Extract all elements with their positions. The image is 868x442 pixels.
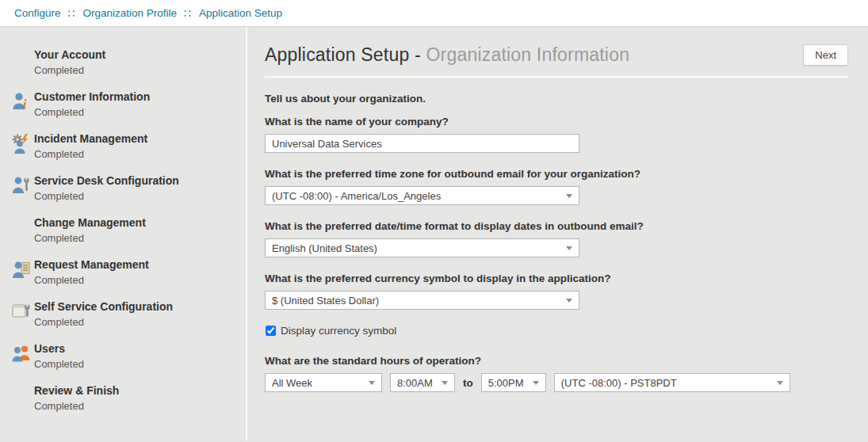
breadcrumb-separator-icon: ∷ xyxy=(68,7,76,20)
person-wrench-icon xyxy=(11,175,32,196)
step-status: Completed xyxy=(34,231,146,245)
step-label: Review & Finish xyxy=(34,384,119,398)
breadcrumb-separator-icon: ∷ xyxy=(184,7,192,20)
hours-days-value: All Week xyxy=(272,377,312,389)
sidebar-item-your-account[interactable]: Your Account Completed xyxy=(11,48,238,77)
sidebar-item-review-finish[interactable]: Review & Finish Completed xyxy=(11,384,238,413)
step-status: Completed xyxy=(34,315,173,329)
person-gear-bolt-icon xyxy=(11,133,32,154)
datetime-format-select-value: English (United States) xyxy=(272,242,377,254)
step-label: Incident Management xyxy=(34,132,147,146)
step-status: Completed xyxy=(34,273,149,287)
application-setup-panel: Application Setup - Organization Informa… xyxy=(247,27,868,441)
svg-text:i: i xyxy=(23,97,27,111)
step-label: Customer Information xyxy=(34,90,150,104)
chevron-down-icon xyxy=(566,246,572,250)
page-title-primary: Application Setup - xyxy=(265,44,421,65)
chevron-down-icon xyxy=(777,381,783,385)
breadcrumb-organization-profile[interactable]: Organization Profile xyxy=(82,7,177,19)
hours-timezone-value: (UTC -08:00) - PST8PDT xyxy=(561,377,677,389)
datetime-format-select[interactable]: English (United States) xyxy=(265,238,579,257)
timezone-select-value: (UTC -08:00) - America/Los_Angeles xyxy=(272,190,441,202)
chevron-down-icon xyxy=(442,381,448,385)
hours-of-operation-label: What are the standard hours of operation… xyxy=(265,355,848,367)
sidebar-item-self-service-configuration[interactable]: Self Service Configuration Completed xyxy=(11,300,238,329)
person-document-icon xyxy=(11,259,32,280)
company-name-label: What is the name of your company? xyxy=(265,116,848,128)
chevron-down-icon xyxy=(566,299,572,303)
step-status: Completed xyxy=(34,189,179,203)
blank-icon xyxy=(11,49,32,70)
sidebar-item-customer-information[interactable]: i Customer Information Completed xyxy=(11,90,238,119)
sidebar-item-service-desk-configuration[interactable]: Service Desk Configuration Completed xyxy=(11,174,238,203)
hours-start-value: 8:00AM xyxy=(397,377,433,389)
step-status: Completed xyxy=(34,147,147,161)
chevron-down-icon xyxy=(566,194,572,198)
step-label: Change Management xyxy=(34,216,146,230)
datetime-format-label: What is the preferred date/time format t… xyxy=(265,220,848,232)
setup-steps-sidebar: Your Account Completed i Customer Inform… xyxy=(0,27,247,441)
hours-days-select[interactable]: All Week xyxy=(265,373,382,392)
currency-label: What is the preferred currency symbol to… xyxy=(265,272,848,284)
sidebar-item-users[interactable]: Users Completed xyxy=(11,342,238,371)
title-divider xyxy=(265,76,848,78)
page-title: Application Setup - Organization Informa… xyxy=(265,44,629,66)
company-name-input[interactable] xyxy=(265,134,579,153)
display-currency-checkbox[interactable] xyxy=(266,326,276,336)
breadcrumb-application-setup[interactable]: Application Setup xyxy=(199,7,282,19)
sidebar-item-incident-management[interactable]: Incident Management Completed xyxy=(11,132,238,161)
next-button[interactable]: Next xyxy=(803,44,848,66)
page-title-secondary: Organization Information xyxy=(426,44,629,65)
timezone-label: What is the preferred time zone for outb… xyxy=(265,168,848,180)
blank-icon xyxy=(11,217,32,238)
panel-wrench-icon xyxy=(11,301,32,322)
hours-start-select[interactable]: 8:00AM xyxy=(390,373,455,392)
hours-timezone-select[interactable]: (UTC -08:00) - PST8PDT xyxy=(554,373,790,392)
chevron-down-icon xyxy=(533,381,539,385)
step-status: Completed xyxy=(34,399,119,413)
intro-text: Tell us about your organization. xyxy=(265,93,848,105)
hours-end-value: 5:00PM xyxy=(488,377,524,389)
step-label: Users xyxy=(34,342,84,356)
sidebar-item-change-management[interactable]: Change Management Completed xyxy=(11,216,238,245)
hours-to-label: to xyxy=(463,377,473,389)
step-status: Completed xyxy=(34,105,150,119)
step-status: Completed xyxy=(34,357,84,371)
sidebar-item-request-management[interactable]: Request Management Completed xyxy=(11,258,238,287)
breadcrumb-configure[interactable]: Configure xyxy=(14,7,61,19)
step-label: Your Account xyxy=(34,48,105,62)
step-label: Service Desk Configuration xyxy=(34,174,179,188)
breadcrumb: Configure ∷ Organization Profile ∷ Appli… xyxy=(0,0,868,27)
currency-select[interactable]: $ (United States Dollar) xyxy=(265,291,579,310)
chevron-down-icon xyxy=(369,381,375,385)
timezone-select[interactable]: (UTC -08:00) - America/Los_Angeles xyxy=(265,186,579,205)
hours-end-select[interactable]: 5:00PM xyxy=(481,373,546,392)
step-label: Request Management xyxy=(34,258,149,272)
display-currency-label[interactable]: Display currency symbol xyxy=(281,325,396,337)
step-label: Self Service Configuration xyxy=(34,300,173,314)
two-users-icon xyxy=(11,343,32,364)
currency-select-value: $ (United States Dollar) xyxy=(272,295,379,307)
step-status: Completed xyxy=(34,63,105,77)
blank-icon xyxy=(11,385,32,406)
person-info-icon: i xyxy=(11,91,32,112)
